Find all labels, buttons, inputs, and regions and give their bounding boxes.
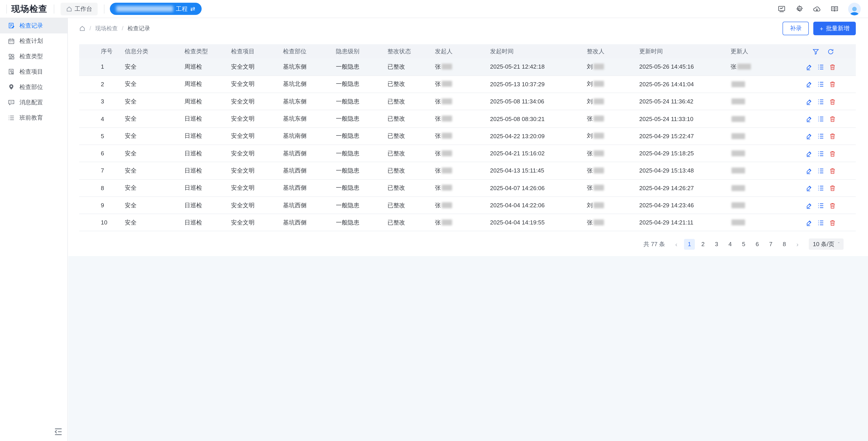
cell-category: 安全 (125, 110, 184, 128)
detail-list-icon[interactable] (817, 98, 824, 105)
table-row[interactable]: 2安全周巡检安全文明基坑北侧一般隐患已整改张2025-05-13 10:37:2… (79, 76, 856, 93)
delete-icon[interactable] (829, 98, 836, 105)
cell-level: 一般隐患 (336, 58, 388, 76)
table-row[interactable]: 10安全日巡检安全文明基坑西侧一般隐患已整改张2025-04-04 14:19:… (79, 214, 856, 231)
project-switcher-pill[interactable]: 工程 ⇄ (110, 3, 202, 15)
detail-list-icon[interactable] (817, 150, 824, 157)
edit-icon[interactable] (806, 133, 812, 140)
delete-icon[interactable] (829, 81, 836, 88)
edit-icon[interactable] (806, 150, 812, 157)
edit-icon[interactable] (806, 115, 812, 123)
sidebar-item-types[interactable]: 检查类型 (0, 49, 67, 64)
cell-location: 基坑东侧 (283, 58, 336, 76)
cell-initiator: 张 (435, 58, 490, 76)
edit-icon[interactable] (806, 219, 812, 226)
delete-icon[interactable] (829, 150, 836, 157)
filter-icon[interactable] (813, 48, 819, 55)
detail-list-icon[interactable] (817, 115, 824, 123)
col-level: 隐患级别 (336, 44, 388, 58)
redacted-name (594, 115, 604, 122)
cell-initiator: 张 (435, 76, 490, 93)
document-search-icon (8, 68, 15, 75)
batch-add-label: 批量新增 (826, 24, 849, 33)
table-row[interactable]: 9安全日巡检安全文明基坑西侧一般隐患已整改张2025-04-04 14:22:0… (79, 197, 856, 214)
page-size-select[interactable]: 10 条/页 ˇ (809, 239, 844, 250)
breadcrumb-item-parent[interactable]: 现场检查 (95, 25, 118, 32)
cell-check-type: 日巡检 (184, 162, 231, 179)
refresh-icon[interactable] (827, 48, 834, 55)
col-check-item: 检查项目 (231, 44, 283, 58)
delete-icon[interactable] (829, 219, 836, 226)
page-button-4[interactable]: 4 (725, 239, 736, 250)
detail-list-icon[interactable] (817, 168, 824, 174)
detail-list-icon[interactable] (817, 81, 824, 88)
batch-add-button[interactable]: +批量新增 (813, 22, 856, 35)
cell-initiate-time: 2025-05-13 10:37:29 (490, 76, 587, 93)
page-button-7[interactable]: 7 (765, 239, 776, 250)
sidebar-item-label: 消息配置 (20, 98, 43, 107)
page-button-6[interactable]: 6 (752, 239, 763, 250)
cell-level: 一般隐患 (336, 110, 388, 128)
detail-list-icon[interactable] (817, 133, 824, 140)
cell-category: 安全 (125, 145, 184, 162)
delete-icon[interactable] (829, 115, 836, 123)
sidebar-item-plans[interactable]: 检查计划 (0, 33, 67, 49)
table-row[interactable]: 8安全日巡检安全文明基坑西侧一般隐患已整改张2025-04-07 14:26:0… (79, 179, 856, 197)
redacted-name (442, 64, 452, 70)
settings-gear-icon[interactable] (795, 5, 803, 13)
table-row[interactable]: 6安全日巡检安全文明基坑西侧一般隐患已整改张2025-04-21 15:16:0… (79, 145, 856, 162)
manual-book-icon[interactable] (831, 5, 839, 13)
page-button-2[interactable]: 2 (698, 239, 708, 250)
edit-icon[interactable] (806, 64, 812, 70)
table-row[interactable]: 5安全日巡检安全文明基坑南侧一般隐患已整改张2025-04-22 13:20:0… (79, 127, 856, 145)
detail-list-icon[interactable] (817, 185, 824, 192)
cell-actions (798, 127, 856, 145)
sidebar-item-education[interactable]: 班前教育 (0, 110, 67, 126)
sidebar-item-locations[interactable]: 检查部位 (0, 79, 67, 95)
edit-icon[interactable] (806, 168, 812, 174)
edit-icon[interactable] (806, 81, 812, 88)
cell-seq: 9 (79, 197, 125, 214)
cell-seq: 7 (79, 162, 125, 179)
next-page-button[interactable]: › (793, 239, 802, 250)
breadcrumb-separator: / (90, 25, 91, 32)
cell-initiator: 张 (435, 179, 490, 197)
cell-category: 安全 (125, 179, 184, 197)
page-button-3[interactable]: 3 (711, 239, 722, 250)
sidebar-item-records[interactable]: 检查记录 (0, 18, 67, 33)
cell-actions (798, 110, 856, 128)
delete-icon[interactable] (829, 133, 836, 140)
sidebar-item-messages[interactable]: 消息配置 (0, 95, 67, 110)
delete-icon[interactable] (829, 168, 836, 174)
page-button-5[interactable]: 5 (738, 239, 749, 250)
table-row[interactable]: 1安全周巡检安全文明基坑东侧一般隐患已整改张2025-05-21 12:42:1… (79, 58, 856, 76)
delete-icon[interactable] (829, 202, 836, 209)
edit-icon[interactable] (806, 98, 812, 105)
cell-location: 基坑西侧 (283, 214, 336, 231)
table-row[interactable]: 4安全日巡检安全文明基坑东侧一般隐患已整改张2025-05-08 08:30:2… (79, 110, 856, 128)
home-icon[interactable] (79, 25, 86, 32)
prev-page-button[interactable]: ‹ (671, 239, 681, 250)
sidebar-item-items[interactable]: 检查项目 (0, 64, 67, 79)
detail-list-icon[interactable] (817, 64, 824, 70)
cell-category: 安全 (125, 76, 184, 93)
table-row[interactable]: 7安全日巡检安全文明基坑西侧一般隐患已整改张2025-04-13 15:11:4… (79, 162, 856, 179)
detail-list-icon[interactable] (817, 219, 824, 226)
page-button-8[interactable]: 8 (779, 239, 790, 250)
detail-list-icon[interactable] (817, 202, 824, 209)
supplement-button[interactable]: 补录 (783, 22, 809, 35)
workbench-button[interactable]: 工作台 (61, 2, 98, 15)
edit-icon[interactable] (806, 202, 812, 209)
delete-icon[interactable] (829, 64, 836, 70)
table-row[interactable]: 3安全周巡检安全文明基坑东侧一般隐患已整改张2025-05-08 11:34:0… (79, 93, 856, 110)
records-table-wrap: 序号 信息分类 检查类型 检查项目 检查部位 隐患级别 整改状态 发起人 发起时… (79, 44, 856, 250)
calendar-icon (8, 37, 15, 45)
cell-check-item: 安全文明 (231, 145, 283, 162)
delete-icon[interactable] (829, 185, 836, 192)
monitor-chart-icon[interactable] (778, 5, 786, 13)
edit-icon[interactable] (806, 185, 812, 192)
collapse-sidebar-icon[interactable] (53, 427, 63, 436)
page-button-1[interactable]: 1 (684, 239, 695, 250)
cloud-download-icon[interactable] (813, 5, 821, 13)
user-avatar[interactable] (848, 2, 861, 15)
